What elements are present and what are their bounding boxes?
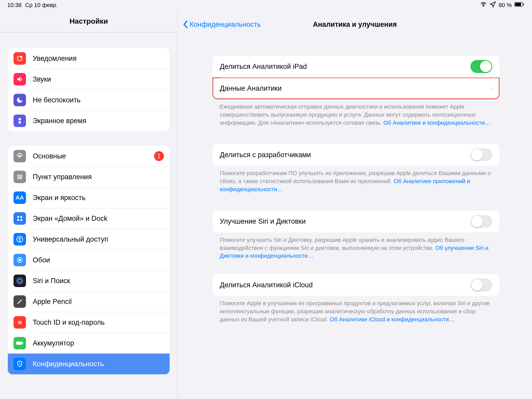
sidebar-item-notifications[interactable]: Уведомления [8,48,170,69]
wallpaper-icon [14,254,26,266]
icloud-analytics-group: Делиться Аналитикой iCloud [212,274,500,296]
sidebar-item-label: Siri и Поиск [33,277,70,285]
sidebar-item-label: Экранное время [33,117,86,125]
sidebar-item-label: Обои [33,256,50,264]
svg-point-19 [17,278,23,284]
sidebar-item-wallpaper[interactable]: Обои [8,250,170,270]
do-not-disturb-icon [14,94,26,106]
section-footer: Ежедневная автоматическая отправка данны… [212,99,500,127]
sidebar-item-display[interactable]: AA Экран и яркость [8,187,170,208]
row-label: Улучшение Siri и Диктовки [220,217,306,225]
battery-icon [514,2,525,9]
sidebar: Настройки Уведомления Звуки Не беспокоит… [0,10,178,399]
sidebar-item-label: Основные [33,152,66,160]
section-footer: Помогите Apple в улучшении ее программны… [212,296,500,323]
share-developers-group: Делиться с разработчиками [212,144,500,166]
sidebar-item-label: Apple Pencil [33,298,72,306]
display-icon: AA [14,191,26,204]
notifications-icon [14,52,26,65]
sounds-icon [14,73,26,85]
section-footer: Помогите улучшить Siri и Диктовку, разре… [212,232,500,260]
siri-improvement-row[interactable]: Улучшение Siri и Диктовки [212,211,500,232]
row-label: Данные Аналитики [220,84,282,92]
general-icon [14,150,26,162]
back-label: Конфиденциальность [190,21,261,29]
analytics-data-row[interactable]: Данные Аналитики › [212,77,500,99]
analytics-group: Делиться Аналитикой iPad Данные Аналитик… [212,56,500,99]
svg-point-0 [483,6,484,6]
svg-rect-10 [18,177,19,179]
share-ipad-analytics-row[interactable]: Делиться Аналитикой iPad [212,56,500,77]
svg-rect-12 [20,216,22,218]
sidebar-item-privacy[interactable]: Конфиденциальность [8,354,170,374]
svg-point-16 [19,237,21,238]
share-developers-toggle[interactable] [470,148,492,161]
icloud-analytics-row[interactable]: Делиться Аналитикой iCloud [212,274,500,296]
svg-point-8 [20,177,22,179]
accessibility-icon [14,233,26,245]
detail-header: Конфиденциальность Аналитика и улучшения [178,10,532,32]
sidebar-group-2: Основные 1 Пункт управления AA Экран и я… [8,146,170,374]
svg-point-18 [19,259,21,261]
siri-improvement-toggle[interactable] [470,215,492,228]
section-footer: Помогите разработчикам ПО улучшить их пр… [212,166,500,193]
sidebar-item-label: Пункт управления [33,173,92,181]
sidebar-item-label: Универсальный доступ [33,235,108,243]
sidebar-item-pencil[interactable]: Apple Pencil [8,291,170,312]
svg-rect-3 [523,4,524,5]
row-label: Делиться Аналитикой iPad [220,63,307,71]
sidebar-item-dnd[interactable]: Не беспокоить [8,90,170,110]
siri-improvement-group: Улучшение Siri и Диктовки [212,211,500,232]
sidebar-item-control-center[interactable]: Пункт управления [8,167,170,187]
battery-percent: 80 % [499,2,512,9]
battery-icon [14,337,26,349]
chevron-right-icon: › [490,85,492,92]
pencil-icon [14,295,26,308]
sidebar-title: Настройки [0,10,177,32]
detail-pane: Конфиденциальность Аналитика и улучшения… [178,10,532,399]
home-screen-icon [14,212,26,225]
siri-icon [14,275,26,287]
sidebar-item-label: Экран «Домой» и Dock [33,215,108,223]
wifi-icon [480,1,487,9]
location-icon [489,1,496,9]
svg-point-5 [20,56,22,58]
sidebar-item-label: Уведомления [33,55,77,63]
sidebar-item-label: Не беспокоить [33,96,81,104]
privacy-link[interactable]: Об Аналитике и конфиденциальности… [383,119,490,126]
sidebar-item-label: Аккумулятор [33,339,74,347]
svg-rect-11 [17,216,19,218]
share-ipad-analytics-toggle[interactable] [470,60,492,73]
sidebar-item-general[interactable]: Основные 1 [8,146,170,167]
row-label: Делиться Аналитикой iCloud [220,281,313,289]
touchid-icon [14,316,26,329]
sidebar-item-touchid[interactable]: Touch ID и код-пароль [8,312,170,333]
svg-rect-14 [20,219,22,221]
share-developers-row[interactable]: Делиться с разработчиками [212,144,500,166]
sidebar-item-label: Конфиденциальность [33,360,104,368]
icloud-analytics-toggle[interactable] [470,278,492,291]
svg-rect-13 [17,219,19,221]
row-label: Делиться с разработчиками [220,151,311,159]
svg-rect-22 [23,343,23,344]
privacy-link[interactable]: Об Аналитике iCloud и конфиденциальности… [330,316,455,323]
control-center-icon [14,171,26,183]
status-bar: 10:38 Ср 10 февр. 80 % [0,0,532,10]
sidebar-group-1: Уведомления Звуки Не беспокоить Экранное… [8,48,170,131]
svg-point-20 [18,279,21,282]
sidebar-item-label: Звуки [33,75,51,83]
svg-rect-2 [515,3,521,6]
sidebar-item-accessibility[interactable]: Универсальный доступ [8,229,170,250]
status-time: 10:38 [7,2,22,9]
status-date: Ср 10 февр. [25,2,58,9]
sidebar-item-label: Touch ID и код-пароль [33,318,105,327]
svg-point-7 [18,175,19,177]
sidebar-item-screen-time[interactable]: Экранное время [8,110,170,131]
sidebar-item-siri[interactable]: Siri и Поиск [8,270,170,291]
sidebar-item-battery[interactable]: Аккумулятор [8,333,170,354]
sidebar-item-home-screen[interactable]: Экран «Домой» и Dock [8,208,170,229]
sidebar-item-label: Экран и яркость [33,194,85,202]
back-button[interactable]: Конфиденциальность [183,20,261,29]
sidebar-item-sounds[interactable]: Звуки [8,69,170,90]
privacy-icon [14,358,26,370]
